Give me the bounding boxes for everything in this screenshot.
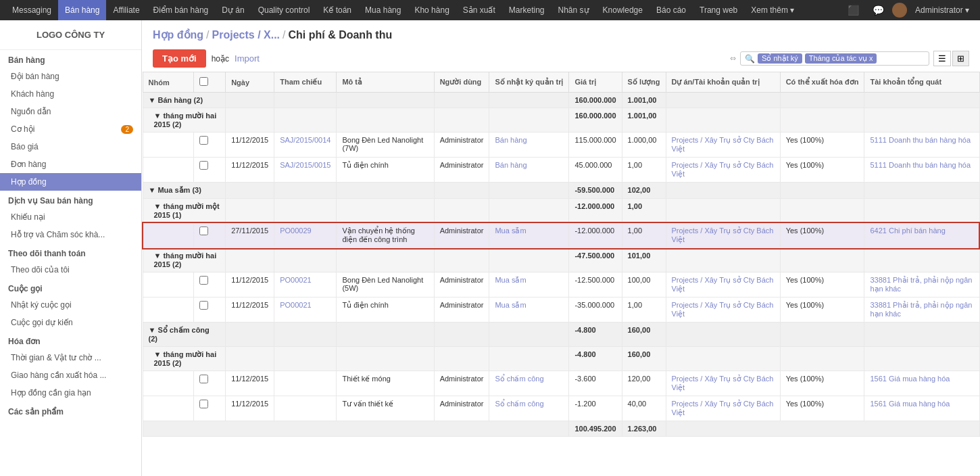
group-row[interactable]: ▼ Sổ chấm công (2)-4.800160,00: [143, 323, 979, 347]
cell-account[interactable]: 5111 Doanh thu bán hàng hóa: [864, 133, 979, 158]
row-checkbox[interactable]: [199, 301, 208, 310]
cell-account[interactable]: 1561 Giá mua hàng hóa: [864, 396, 979, 421]
cell-project[interactable]: Projects / Xây Trụ sở Cty Bách Việt: [666, 223, 780, 248]
row-checkbox[interactable]: [199, 375, 208, 383]
cell-account[interactable]: 33881 Phải trả, phải nộp ngân hạn khác: [864, 298, 979, 323]
nav-nhan-su[interactable]: Nhân sự: [552, 0, 596, 20]
cell-date: 11/12/2015: [226, 371, 274, 396]
table-row[interactable]: 27/11/2015PO00029Vận chuyển hệ thống điệ…: [143, 223, 979, 248]
login-icon[interactable]: ⬛: [842, 5, 864, 16]
sidebar-item-giao-hang[interactable]: Giao hàng cần xuất hóa ...: [0, 366, 141, 384]
breadcrumb-hop-dong[interactable]: Hợp đồng: [153, 28, 203, 41]
nav-du-an[interactable]: Dự án: [215, 0, 251, 20]
cell-ref[interactable]: [274, 371, 337, 396]
cell-account[interactable]: 6421 Chi phí bán hàng: [864, 223, 979, 248]
nav-affiliate[interactable]: Affiliate: [106, 0, 146, 20]
chat-icon[interactable]: 💬: [867, 5, 889, 16]
cell-journal[interactable]: Bán hàng: [489, 133, 569, 158]
nav-mua-hang[interactable]: Mua hàng: [358, 0, 408, 20]
row-checkbox[interactable]: [199, 276, 208, 285]
subgroup-row[interactable]: ▼ tháng mười hai 2015 (2)160.000.0001.00…: [143, 108, 979, 133]
nav-san-xuat[interactable]: Sản xuất: [456, 0, 502, 20]
row-checkbox[interactable]: [199, 136, 208, 145]
cell-journal[interactable]: Sổ chấm công: [489, 396, 569, 421]
cell-project[interactable]: Projects / Xây Trụ sở Cty Bách Việt: [666, 396, 780, 421]
nav-messaging[interactable]: Messaging: [5, 0, 58, 20]
nav-marketing[interactable]: Marketing: [502, 0, 552, 20]
cell-project[interactable]: Projects / Xây Trụ sở Cty Bách Việt: [666, 371, 780, 396]
nav-ban-hang[interactable]: Bán hàng: [58, 0, 106, 20]
sidebar-item-hop-dong[interactable]: Hợp đồng: [0, 173, 141, 191]
list-view-button[interactable]: ☰: [933, 51, 951, 66]
row-checkbox[interactable]: [199, 161, 208, 170]
grid-view-button[interactable]: ⊞: [952, 51, 969, 66]
cell-journal[interactable]: Mua sắm: [489, 298, 569, 323]
admin-menu[interactable]: Administrator ▾: [910, 5, 975, 15]
nav-diem-ban-hang[interactable]: Điểm bán hàng: [147, 0, 216, 20]
import-button[interactable]: Import: [235, 53, 260, 64]
cell-date: 11/12/2015: [226, 272, 274, 298]
cell-project[interactable]: Projects / Xây Trụ sở Cty Bách Việt: [666, 272, 780, 298]
sidebar-item-doi-ban-hang[interactable]: Đội bán hàng: [0, 68, 141, 85]
sidebar-item-thoi-gian-vat-tu[interactable]: Thời gian & Vật tư chờ ...: [0, 349, 141, 366]
subgroup-label: ▼ tháng mười hai 2015 (2): [154, 350, 217, 367]
sidebar-item-theo-doi-cua-toi[interactable]: Theo dõi của tôi: [0, 261, 141, 279]
table-row[interactable]: 11/12/2015PO00021Tủ điện chínhAdministra…: [143, 298, 979, 323]
table-row[interactable]: 11/12/2015Thiết kế móngAdministratorSổ c…: [143, 371, 979, 396]
sidebar-item-khach-hang[interactable]: Khách hàng: [0, 85, 141, 103]
col-checkbox[interactable]: [194, 72, 226, 93]
cell-account[interactable]: 5111 Doanh thu bán hàng hóa: [864, 158, 979, 183]
collapse-icon[interactable]: ⇔: [730, 54, 736, 63]
table-row[interactable]: 11/12/2015PO00021Bong Đèn Led Nanolight …: [143, 272, 979, 298]
table-row[interactable]: 11/12/2015SAJ/2015/0015Tủ điện chínhAdmi…: [143, 158, 979, 183]
subgroup-row[interactable]: ▼ tháng mười một 2015 (1)-12.000.0001,00: [143, 199, 979, 223]
cell-journal[interactable]: Mua sắm: [489, 272, 569, 298]
subgroup-row[interactable]: ▼ tháng mười hai 2015 (2)-47.500.000101,…: [143, 248, 979, 272]
breadcrumb-projects[interactable]: Projects / X...: [212, 29, 280, 41]
cell-ref[interactable]: [274, 396, 337, 421]
cell-ref[interactable]: PO00029: [274, 223, 337, 248]
cell-project[interactable]: Projects / Xây Trụ sở Cty Bách Việt: [666, 158, 780, 183]
sidebar-item-khieu-nai[interactable]: Khiếu nại: [0, 208, 141, 226]
cell-ref[interactable]: SAJ/2015/0015: [274, 158, 337, 183]
or-label: hoặc: [212, 54, 229, 64]
create-button[interactable]: Tạo mới: [153, 49, 206, 68]
cell-journal[interactable]: Sổ chấm công: [489, 371, 569, 396]
cell-project[interactable]: Projects / Xây Trụ sở Cty Bách Việt: [666, 298, 780, 323]
cell-ref[interactable]: PO00021: [274, 272, 337, 298]
nav-quality-control[interactable]: Quality control: [251, 0, 317, 20]
nav-knowledge[interactable]: Knowledge: [596, 0, 650, 20]
cell-ref[interactable]: PO00021: [274, 298, 337, 323]
row-checkbox[interactable]: [199, 227, 208, 235]
nav-xem-them[interactable]: Xem thêm ▾: [744, 0, 801, 20]
sidebar-item-ho-tro[interactable]: Hỗ trợ và Chăm sóc khà...: [0, 226, 141, 243]
table-row[interactable]: 11/12/2015SAJ/2015/0014Bong Đèn Led Nano…: [143, 133, 979, 158]
cell-value: 115.000.000: [569, 133, 622, 158]
nav-bao-cao[interactable]: Báo cáo: [650, 0, 693, 20]
table-row[interactable]: 11/12/2015Tư vấn thiết kếAdministratorSổ…: [143, 396, 979, 421]
main-content: Hợp đồng / Projects / X... / Chi phí & D…: [142, 20, 980, 476]
row-checkbox[interactable]: [199, 400, 208, 408]
cell-account[interactable]: 33881 Phải trả, phải nộp ngân hạn khác: [864, 272, 979, 298]
sidebar-item-nguon-dan[interactable]: Nguồn dẫn: [0, 103, 141, 120]
sidebar-item-hop-dong-gia-han[interactable]: Hợp đồng cần gia hạn: [0, 384, 141, 402]
nav-kho-hang[interactable]: Kho hàng: [408, 0, 456, 20]
group-row[interactable]: ▼ Mua sắm (3)-59.500.000102,00: [143, 183, 979, 199]
sidebar-item-bao-gia[interactable]: Báo giá: [0, 138, 141, 156]
group-row[interactable]: ▼ Bán hàng (2)160.000.0001.001,00: [143, 93, 979, 108]
sidebar-item-cuoc-goi-du-kien[interactable]: Cuộc gọi dự kiến: [0, 314, 141, 331]
nav-ke-toan[interactable]: Kế toán: [316, 0, 358, 20]
cell-journal[interactable]: Bán hàng: [489, 158, 569, 183]
sidebar-item-co-hoi[interactable]: Cơ hội 2: [0, 120, 141, 138]
cell-project[interactable]: Projects / Xây Trụ sở Cty Bách Việt: [666, 133, 780, 158]
nav-trang-web[interactable]: Trang web: [693, 0, 744, 20]
sidebar-item-nhat-ky-cuoc-goi[interactable]: Nhật ký cuộc gọi: [0, 296, 141, 314]
search-box[interactable]: 🔍 Sổ nhật ký Tháng của tác vụ x: [740, 51, 929, 66]
cell-ref[interactable]: SAJ/2015/0014: [274, 133, 337, 158]
cell-journal[interactable]: Mua sắm: [489, 223, 569, 248]
cell-account[interactable]: 1561 Giá mua hàng hóa: [864, 371, 979, 396]
subgroup-row[interactable]: ▼ tháng mười hai 2015 (2)-4.800160,00: [143, 347, 979, 371]
select-all-checkbox[interactable]: [199, 77, 208, 86]
sidebar-item-don-hang[interactable]: Đơn hàng: [0, 156, 141, 173]
section-cuoc-goi-title: Cuộc gọi: [0, 279, 141, 296]
